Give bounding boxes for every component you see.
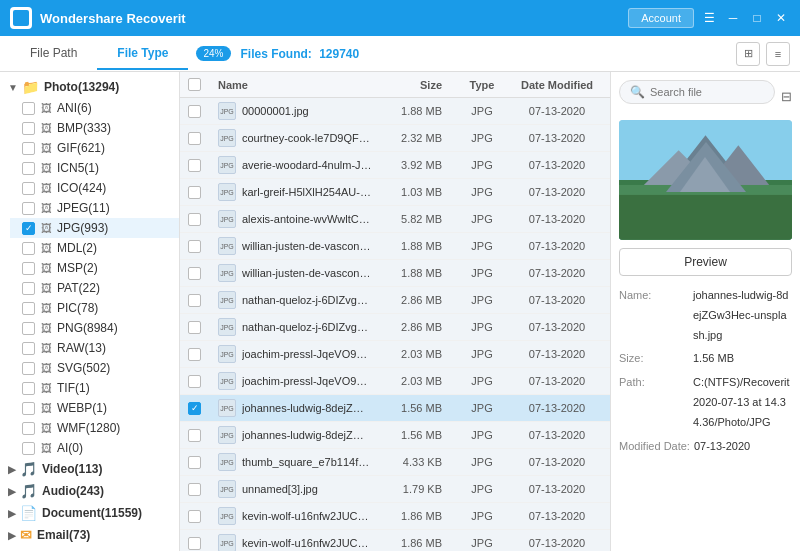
table-row[interactable]: JPG karl-greif-H5lXlH254AU-unsplash.jpg … xyxy=(180,179,610,206)
table-row[interactable]: JPG kevin-wolf-u16nfw2JUCQ-unsplash... 1… xyxy=(180,530,610,551)
account-button[interactable]: Account xyxy=(628,8,694,28)
file-thumb-3: JPG xyxy=(218,183,236,201)
minimize-button[interactable]: ─ xyxy=(724,9,742,27)
row-checkbox-1[interactable] xyxy=(188,132,201,145)
row-checkbox-7[interactable] xyxy=(188,294,201,307)
table-row[interactable]: JPG kevin-wolf-u16nfw2JUCQ-unsplash... 1… xyxy=(180,503,610,530)
table-row[interactable]: JPG nathan-queloz-j-6DIZvguFc-unsplash..… xyxy=(180,314,610,341)
tab-file-type[interactable]: File Type xyxy=(97,38,188,70)
row-checkbox-6[interactable] xyxy=(188,267,201,280)
top-bar: File Path File Type 24% Files Found: 129… xyxy=(0,36,800,72)
file-name-9: joachim-pressl-JqeVO91m1Go-unspl... xyxy=(242,348,372,360)
sidebar-photo-children: 🖼 ANI(6) 🖼 BMP(333) 🖼 GIF(621) 🖼 ICN5(1) xyxy=(0,98,179,458)
table-row[interactable]: JPG willian-justen-de-vasconcellos-6SGa.… xyxy=(180,233,610,260)
info-row-size: Size: 1.56 MB xyxy=(619,349,792,369)
ai-label: AI(0) xyxy=(57,441,171,455)
file-name-1: courtney-cook-le7D9QFiPr8-unsplan... xyxy=(242,132,372,144)
tab-file-path[interactable]: File Path xyxy=(10,38,97,70)
row-checkbox-0[interactable] xyxy=(188,105,201,118)
table-row[interactable]: JPG willian-justen-de-vasconcellos-6SGa.… xyxy=(180,260,610,287)
sidebar-item-mdl[interactable]: 🖼 MDL(2) xyxy=(10,238,179,258)
sidebar-item-email[interactable]: ▶ ✉ Email(73) xyxy=(0,524,179,546)
sidebar-item-raw[interactable]: 🖼 RAW(13) xyxy=(10,338,179,358)
webp-checkbox[interactable] xyxy=(22,402,35,415)
table-row[interactable]: ✓ JPG johannes-ludwig-8dejZGw3Hec-unsp..… xyxy=(180,395,610,422)
close-button[interactable]: ✕ xyxy=(772,9,790,27)
row-checkbox-10[interactable] xyxy=(188,375,201,388)
file-thumb-11: JPG xyxy=(218,399,236,417)
sidebar-item-photo[interactable]: ▼ 📁 Photo(13294) xyxy=(0,76,179,98)
sidebar-item-tif[interactable]: 🖼 TIF(1) xyxy=(10,378,179,398)
table-row[interactable]: JPG averie-woodard-4nulm-JUYFo-unsplan..… xyxy=(180,152,610,179)
row-checkbox-2[interactable] xyxy=(188,159,201,172)
row-checkbox-14[interactable] xyxy=(188,483,201,496)
sidebar-item-wmf[interactable]: 🖼 WMF(1280) xyxy=(10,418,179,438)
table-row[interactable]: JPG courtney-cook-le7D9QFiPr8-unsplan...… xyxy=(180,125,610,152)
sidebar-item-ico[interactable]: 🖼 ICO(424) xyxy=(10,178,179,198)
sidebar-item-pat[interactable]: 🖼 PAT(22) xyxy=(10,278,179,298)
sidebar-item-pic[interactable]: 🖼 PIC(78) xyxy=(10,298,179,318)
svg-checkbox[interactable] xyxy=(22,362,35,375)
sidebar-item-document[interactable]: ▶ 📄 Document(11559) xyxy=(0,502,179,524)
row-checkbox-12[interactable] xyxy=(188,429,201,442)
pat-checkbox[interactable] xyxy=(22,282,35,295)
preview-button[interactable]: Preview xyxy=(619,248,792,276)
view-grid-icon[interactable]: ⊞ xyxy=(736,42,760,66)
sidebar-item-bmp[interactable]: 🖼 BMP(333) xyxy=(10,118,179,138)
tif-checkbox[interactable] xyxy=(22,382,35,395)
select-all-checkbox[interactable] xyxy=(188,78,201,91)
sidebar-item-png[interactable]: 🖼 PNG(8984) xyxy=(10,318,179,338)
row-checkbox-15[interactable] xyxy=(188,510,201,523)
ico-checkbox[interactable] xyxy=(22,182,35,195)
wmf-checkbox[interactable] xyxy=(22,422,35,435)
sidebar-item-jpeg[interactable]: 🖼 JPEG(11) xyxy=(10,198,179,218)
jpg-checkbox[interactable]: ✓ xyxy=(22,222,35,235)
row-checkbox-5[interactable] xyxy=(188,240,201,253)
filter-icon[interactable]: ⊟ xyxy=(781,89,792,104)
view-list-icon[interactable]: ≡ xyxy=(766,42,790,66)
search-input[interactable] xyxy=(650,86,764,98)
row-checkbox-11[interactable]: ✓ xyxy=(188,402,201,415)
pic-checkbox[interactable] xyxy=(22,302,35,315)
icn5-checkbox[interactable] xyxy=(22,162,35,175)
bmp-checkbox[interactable] xyxy=(22,122,35,135)
file-size-12: 1.56 MB xyxy=(372,429,452,441)
sidebar-item-video[interactable]: ▶ 🎵 Video(113) xyxy=(0,458,179,480)
row-checkbox-9[interactable] xyxy=(188,348,201,361)
sidebar-item-audio[interactable]: ▶ 🎵 Audio(243) xyxy=(0,480,179,502)
menu-icon[interactable]: ☰ xyxy=(700,9,718,27)
row-checkbox-16[interactable] xyxy=(188,537,201,550)
sidebar-item-ani[interactable]: 🖼 ANI(6) xyxy=(10,98,179,118)
row-checkbox-8[interactable] xyxy=(188,321,201,334)
table-row[interactable]: JPG nathan-queloz-j-6DIZvguFc-unsplash..… xyxy=(180,287,610,314)
table-row[interactable]: JPG thumb_square_e7b114f438afdd40e0... 4… xyxy=(180,449,610,476)
msp-checkbox[interactable] xyxy=(22,262,35,275)
row-checkbox-4[interactable] xyxy=(188,213,201,226)
mdl-checkbox[interactable] xyxy=(22,242,35,255)
ani-checkbox[interactable] xyxy=(22,102,35,115)
ai-checkbox[interactable] xyxy=(22,442,35,455)
row-checkbox-13[interactable] xyxy=(188,456,201,469)
sidebar-item-webp[interactable]: 🖼 WEBP(1) xyxy=(10,398,179,418)
gif-checkbox[interactable] xyxy=(22,142,35,155)
table-row[interactable]: JPG alexis-antoine-wvWwltCssr8-unsplan..… xyxy=(180,206,610,233)
sidebar-item-svg[interactable]: 🖼 SVG(502) xyxy=(10,358,179,378)
jpeg-checkbox[interactable] xyxy=(22,202,35,215)
sidebar-item-gif[interactable]: 🖼 GIF(621) xyxy=(10,138,179,158)
ani-file-icon: 🖼 xyxy=(41,102,52,114)
sidebar-item-ai[interactable]: 🖼 AI(0) xyxy=(10,438,179,458)
row-checkbox-3[interactable] xyxy=(188,186,201,199)
table-row[interactable]: JPG johannes-ludwig-8dejZGw3Hec-unsp... … xyxy=(180,422,610,449)
table-row[interactable]: JPG joachim-pressl-JqeVO91m1Go-unspl... … xyxy=(180,368,610,395)
sidebar-item-msp[interactable]: 🖼 MSP(2) xyxy=(10,258,179,278)
table-row[interactable]: JPG unnamed[3].jpg 1.79 KB JPG 07-13-202… xyxy=(180,476,610,503)
svg-rect-6 xyxy=(619,195,792,240)
gif-label: GIF(621) xyxy=(57,141,171,155)
png-checkbox[interactable] xyxy=(22,322,35,335)
raw-checkbox[interactable] xyxy=(22,342,35,355)
table-row[interactable]: JPG joachim-pressl-JqeVO91m1Go-unspl... … xyxy=(180,341,610,368)
sidebar-item-jpg[interactable]: ✓ 🖼 JPG(993) xyxy=(10,218,179,238)
maximize-button[interactable]: □ xyxy=(748,9,766,27)
sidebar-item-icn5[interactable]: 🖼 ICN5(1) xyxy=(10,158,179,178)
table-row[interactable]: JPG 00000001.jpg 1.88 MB JPG 07-13-2020 xyxy=(180,98,610,125)
